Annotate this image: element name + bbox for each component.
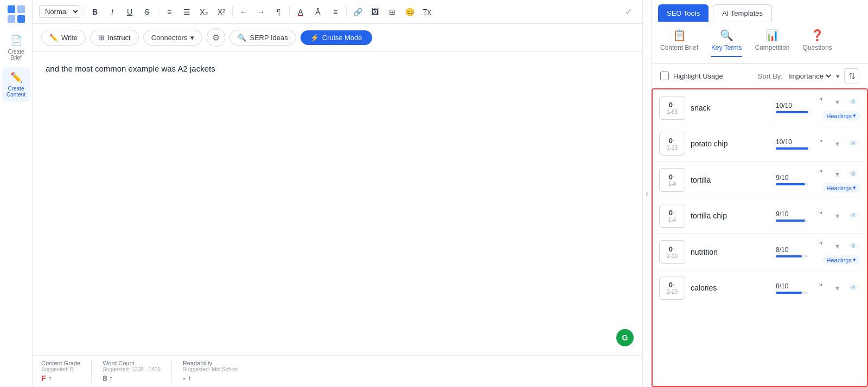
align-left-button[interactable]: ← — [236, 4, 251, 20]
term-bar-potato-chip — [776, 147, 808, 150]
write-button[interactable]: ✏️ Write — [41, 30, 86, 46]
grammarly-icon[interactable]: G — [616, 329, 634, 346]
term-name-calories: calories — [691, 283, 770, 292]
sidebar-item-create-content-label: Create Content — [4, 86, 28, 98]
strikethrough-button[interactable]: S — [139, 4, 155, 20]
term-score-area-potato-chip: 10/10 — [776, 138, 808, 150]
term-actions-potato-chip: " ▾ 👁 — [814, 137, 860, 151]
sidebar-item-create-brief[interactable]: 📄 Create Brief — [2, 30, 30, 65]
term-eye-btn-snack[interactable]: 👁 — [846, 95, 860, 109]
superscript-button[interactable]: X² — [214, 4, 229, 20]
seo-tools-tab[interactable]: SEO Tools — [658, 4, 709, 22]
term-counter-tortilla-chip[interactable]: 0↑ 1-4 — [659, 204, 685, 228]
editor-area[interactable]: and the most common example was A2 jacke… — [33, 51, 642, 355]
term-counter-tortilla[interactable]: 0↑ 1-8 — [659, 168, 685, 192]
svg-rect-1 — [17, 5, 25, 13]
toolbar-sep-1 — [84, 7, 84, 17]
term-chevron-btn-tortilla-chip[interactable]: ▾ — [830, 209, 844, 223]
term-counter-potato-chip[interactable]: 0↑ 1-13 — [659, 132, 685, 156]
term-counter-nutrition[interactable]: 0↑ 2-10 — [659, 240, 685, 264]
font-bg-button[interactable]: Ā — [310, 4, 326, 20]
content-brief-nav-icon: 📋 — [673, 29, 686, 42]
subscript-button[interactable]: X₂ — [196, 4, 212, 20]
term-headings-snack[interactable]: Headings ▾ — [822, 111, 860, 120]
serp-label: SERP Ideas — [250, 34, 288, 42]
status-bar: Content Grade Suggested: B F ↑ Word Coun… — [33, 355, 642, 387]
sort-by-label: Sort By: — [758, 72, 783, 80]
format-select[interactable]: Normal — [39, 5, 80, 18]
term-eye-btn-tortilla[interactable]: 👁 — [846, 167, 860, 181]
align-button[interactable]: ≡ — [328, 4, 343, 20]
term-headings-tortilla[interactable]: Headings ▾ — [822, 183, 860, 192]
unordered-list-button[interactable]: ☰ — [179, 4, 194, 20]
nav-key-terms[interactable]: 🔍 Key Terms — [711, 29, 742, 57]
settings-button[interactable]: ⚙ — [207, 28, 225, 47]
term-chevron-btn-potato-chip[interactable]: ▾ — [830, 137, 844, 151]
resize-handle[interactable]: ‹ — [642, 0, 651, 387]
content-grade-value: F ↑ — [41, 373, 80, 383]
ai-templates-tab[interactable]: AI Templates — [713, 4, 772, 22]
term-actions-nutrition: " ▾ 👁 — [814, 239, 860, 253]
term-right-nutrition: " ▾ 👁 Headings ▾ — [814, 239, 860, 265]
term-quote-btn-snack[interactable]: " — [814, 95, 828, 109]
font-color-button[interactable]: A — [293, 4, 308, 20]
toolbar-sep-5 — [346, 7, 347, 17]
connectors-button[interactable]: Connectors ▾ — [143, 30, 202, 46]
term-eye-btn-potato-chip[interactable]: 👁 — [846, 137, 860, 151]
image-button[interactable]: 🖼 — [367, 4, 382, 20]
serp-ideas-button[interactable]: 🔍 SERP Ideas — [229, 30, 296, 46]
headings-arrow-nutrition: ▾ — [853, 256, 856, 263]
term-eye-btn-nutrition[interactable]: 👁 — [846, 239, 860, 253]
ordered-list-button[interactable]: ≡ — [162, 4, 177, 20]
paragraph-button[interactable]: ¶ — [271, 4, 286, 20]
term-range-potato-chip: 1-13 — [667, 145, 678, 151]
editor-text[interactable]: and the most common example was A2 jacke… — [46, 62, 629, 75]
panel-top-tabs: SEO Tools AI Templates — [652, 0, 868, 22]
instruct-button[interactable]: ⊞ Instruct — [90, 30, 139, 46]
term-chevron-btn-nutrition[interactable]: ▾ — [830, 239, 844, 253]
instruct-label: Instruct — [107, 34, 131, 42]
link-button[interactable]: 🔗 — [350, 4, 365, 20]
term-quote-btn-tortilla-chip[interactable]: " — [814, 209, 828, 223]
nav-content-brief[interactable]: 📋 Content Brief — [660, 29, 698, 57]
underline-button[interactable]: U — [122, 4, 137, 20]
sort-select[interactable]: Importance — [786, 72, 833, 81]
emoji-button[interactable]: 😊 — [402, 4, 417, 20]
term-bar-nutrition — [776, 255, 802, 257]
term-right-snack: " ▾ 👁 Headings ▾ — [814, 95, 860, 120]
word-count-sublabel: Suggested: 1200 - 1400 — [103, 366, 161, 372]
term-counter-calories[interactable]: 0↑ 2-20 — [659, 276, 685, 300]
term-quote-btn-calories[interactable]: " — [814, 281, 828, 295]
cruise-mode-button[interactable]: ⚡ Cruise Mode — [301, 30, 372, 45]
clear-format-button[interactable]: Tx — [419, 4, 435, 20]
highlight-checkbox[interactable] — [660, 72, 669, 80]
term-quote-btn-tortilla[interactable]: " — [814, 167, 828, 181]
term-chevron-btn-calories[interactable]: ▾ — [830, 281, 844, 295]
headings-label-nutrition: Headings — [827, 257, 852, 263]
term-chevron-btn-tortilla[interactable]: ▾ — [830, 167, 844, 181]
sidebar-item-create-content[interactable]: ✏️ Create Content — [2, 67, 30, 102]
sort-dropdown-icon: ▾ — [836, 72, 840, 80]
term-quote-btn-nutrition[interactable]: " — [814, 239, 828, 253]
nav-questions[interactable]: ❓ Questions — [803, 29, 832, 57]
bold-button[interactable]: B — [87, 4, 103, 20]
nav-competition[interactable]: 📊 Competition — [755, 29, 790, 57]
editor-content[interactable]: and the most common example was A2 jacke… — [46, 62, 629, 171]
term-quote-btn-potato-chip[interactable]: " — [814, 137, 828, 151]
term-chevron-btn-snack[interactable]: ▾ — [830, 95, 844, 109]
term-eye-btn-tortilla-chip[interactable]: 👁 — [846, 209, 860, 223]
term-score-tortilla: 9/10 — [776, 174, 808, 182]
key-term-item: 0↑ 1-13 potato chip 10/10 " ▾ 👁 — [653, 126, 867, 162]
app-logo[interactable] — [7, 4, 26, 24]
align-right-button[interactable]: → — [253, 4, 269, 20]
instruct-icon: ⊞ — [98, 34, 104, 42]
term-bar-bg-tortilla-chip — [776, 220, 808, 222]
term-eye-btn-calories[interactable]: 👁 — [846, 281, 860, 295]
italic-button[interactable]: I — [105, 4, 120, 20]
term-headings-nutrition[interactable]: Headings ▾ — [822, 255, 860, 265]
term-counter-snack[interactable]: 0↑ 1-63 — [659, 96, 685, 120]
readability-arrow: ↑ — [188, 375, 191, 382]
filter-button[interactable]: ⇅ — [844, 68, 859, 83]
key-term-item: 0↑ 2-20 calories 8/10 " ▾ 👁 — [653, 270, 867, 305]
table-button[interactable]: ⊞ — [385, 4, 400, 20]
